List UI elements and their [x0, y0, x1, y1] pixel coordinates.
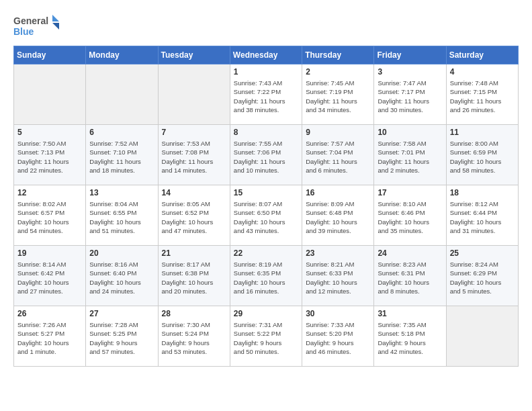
calendar-cell: 28Sunrise: 7:30 AM Sunset: 5:24 PM Dayli… [158, 306, 230, 367]
day-number: 3 [378, 67, 442, 77]
day-number: 4 [450, 67, 515, 77]
calendar-week-row: 12Sunrise: 8:02 AM Sunset: 6:57 PM Dayli… [14, 185, 519, 246]
calendar-cell: 15Sunrise: 8:07 AM Sunset: 6:50 PM Dayli… [230, 185, 302, 246]
day-info: Sunrise: 8:02 AM Sunset: 6:57 PM Dayligh… [17, 199, 82, 235]
day-number: 19 [17, 248, 82, 258]
day-info: Sunrise: 7:50 AM Sunset: 7:13 PM Dayligh… [17, 139, 82, 175]
day-number: 25 [450, 248, 515, 258]
calendar-cell: 19Sunrise: 8:14 AM Sunset: 6:42 PM Dayli… [14, 246, 86, 306]
day-info: Sunrise: 7:53 AM Sunset: 7:08 PM Dayligh… [162, 139, 226, 175]
day-info: Sunrise: 8:00 AM Sunset: 6:59 PM Dayligh… [450, 139, 515, 175]
calendar-cell: 31Sunrise: 7:35 AM Sunset: 5:18 PM Dayli… [374, 306, 446, 367]
day-number: 13 [89, 188, 154, 197]
svg-text:Blue: Blue [13, 26, 34, 37]
day-info: Sunrise: 7:28 AM Sunset: 5:25 PM Dayligh… [89, 320, 154, 356]
day-number: 1 [234, 67, 298, 77]
day-number: 10 [378, 128, 442, 137]
day-number: 28 [162, 309, 226, 318]
calendar-cell: 9Sunrise: 7:57 AM Sunset: 7:04 PM Daylig… [302, 125, 374, 185]
day-info: Sunrise: 7:45 AM Sunset: 7:19 PM Dayligh… [306, 79, 370, 114]
day-number: 5 [17, 128, 82, 137]
calendar-cell: 3Sunrise: 7:47 AM Sunset: 7:17 PM Daylig… [374, 64, 446, 125]
calendar-cell [446, 306, 518, 367]
day-info: Sunrise: 7:26 AM Sunset: 5:27 PM Dayligh… [17, 320, 82, 356]
day-info: Sunrise: 7:35 AM Sunset: 5:18 PM Dayligh… [378, 320, 442, 356]
svg-marker-3 [52, 23, 59, 30]
calendar-cell: 27Sunrise: 7:28 AM Sunset: 5:25 PM Dayli… [86, 306, 158, 367]
calendar-cell: 1Sunrise: 7:43 AM Sunset: 7:22 PM Daylig… [230, 64, 302, 125]
calendar-cell: 4Sunrise: 7:48 AM Sunset: 7:15 PM Daylig… [446, 64, 518, 125]
day-info: Sunrise: 8:21 AM Sunset: 6:33 PM Dayligh… [306, 260, 370, 295]
calendar-cell: 2Sunrise: 7:45 AM Sunset: 7:19 PM Daylig… [302, 64, 374, 125]
day-number: 16 [306, 188, 370, 197]
day-info: Sunrise: 7:52 AM Sunset: 7:10 PM Dayligh… [89, 139, 154, 175]
logo: General Blue [13, 13, 60, 39]
day-info: Sunrise: 7:47 AM Sunset: 7:17 PM Dayligh… [378, 79, 442, 114]
weekday-header-saturday: Saturday [446, 46, 518, 64]
day-info: Sunrise: 8:09 AM Sunset: 6:48 PM Dayligh… [306, 199, 370, 235]
page-container: General Blue SundayMondayTuesdayWednesda… [0, 0, 532, 373]
day-number: 29 [234, 309, 298, 318]
day-info: Sunrise: 8:12 AM Sunset: 6:44 PM Dayligh… [450, 199, 515, 235]
calendar-week-row: 1Sunrise: 7:43 AM Sunset: 7:22 PM Daylig… [14, 64, 519, 125]
day-info: Sunrise: 7:48 AM Sunset: 7:15 PM Dayligh… [450, 79, 515, 114]
weekday-header-row: SundayMondayTuesdayWednesdayThursdayFrid… [14, 46, 519, 64]
calendar-cell: 12Sunrise: 8:02 AM Sunset: 6:57 PM Dayli… [14, 185, 86, 246]
day-number: 8 [234, 128, 298, 137]
day-info: Sunrise: 7:58 AM Sunset: 7:01 PM Dayligh… [378, 139, 442, 175]
day-info: Sunrise: 8:04 AM Sunset: 6:55 PM Dayligh… [89, 199, 154, 235]
calendar-cell [86, 64, 158, 125]
day-number: 7 [162, 128, 226, 137]
day-number: 27 [89, 309, 154, 318]
day-info: Sunrise: 7:43 AM Sunset: 7:22 PM Dayligh… [234, 79, 298, 114]
calendar-week-row: 26Sunrise: 7:26 AM Sunset: 5:27 PM Dayli… [14, 306, 519, 367]
day-number: 24 [378, 248, 442, 258]
day-number: 9 [306, 128, 370, 137]
day-number: 22 [234, 248, 298, 258]
calendar-cell: 29Sunrise: 7:31 AM Sunset: 5:22 PM Dayli… [230, 306, 302, 367]
weekday-header-wednesday: Wednesday [230, 46, 302, 64]
calendar-cell: 25Sunrise: 8:24 AM Sunset: 6:29 PM Dayli… [446, 246, 518, 306]
day-number: 23 [306, 248, 370, 258]
calendar-cell: 8Sunrise: 7:55 AM Sunset: 7:06 PM Daylig… [230, 125, 302, 185]
calendar-cell: 16Sunrise: 8:09 AM Sunset: 6:48 PM Dayli… [302, 185, 374, 246]
calendar-cell: 13Sunrise: 8:04 AM Sunset: 6:55 PM Dayli… [86, 185, 158, 246]
day-number: 6 [89, 128, 154, 137]
calendar-cell: 22Sunrise: 8:19 AM Sunset: 6:35 PM Dayli… [230, 246, 302, 306]
calendar-cell [158, 64, 230, 125]
calendar-week-row: 19Sunrise: 8:14 AM Sunset: 6:42 PM Dayli… [14, 246, 519, 306]
weekday-header-thursday: Thursday [302, 46, 374, 64]
weekday-header-tuesday: Tuesday [158, 46, 230, 64]
day-number: 20 [89, 248, 154, 258]
day-info: Sunrise: 7:57 AM Sunset: 7:04 PM Dayligh… [306, 139, 370, 175]
day-number: 2 [306, 67, 370, 77]
day-number: 11 [450, 128, 515, 137]
day-info: Sunrise: 8:23 AM Sunset: 6:31 PM Dayligh… [378, 260, 442, 295]
day-number: 12 [17, 188, 82, 197]
day-info: Sunrise: 8:16 AM Sunset: 6:40 PM Dayligh… [89, 260, 154, 295]
svg-marker-2 [52, 15, 59, 21]
logo-svg: General Blue [13, 13, 60, 39]
day-info: Sunrise: 8:17 AM Sunset: 6:38 PM Dayligh… [162, 260, 226, 295]
header: General Blue [13, 13, 519, 39]
calendar-cell: 11Sunrise: 8:00 AM Sunset: 6:59 PM Dayli… [446, 125, 518, 185]
day-info: Sunrise: 8:24 AM Sunset: 6:29 PM Dayligh… [450, 260, 515, 295]
calendar-cell: 23Sunrise: 8:21 AM Sunset: 6:33 PM Dayli… [302, 246, 374, 306]
day-number: 31 [378, 309, 442, 318]
calendar-table: SundayMondayTuesdayWednesdayThursdayFrid… [13, 46, 519, 367]
calendar-cell: 17Sunrise: 8:10 AM Sunset: 6:46 PM Dayli… [374, 185, 446, 246]
day-info: Sunrise: 8:07 AM Sunset: 6:50 PM Dayligh… [234, 199, 298, 235]
calendar-cell: 10Sunrise: 7:58 AM Sunset: 7:01 PM Dayli… [374, 125, 446, 185]
calendar-cell: 5Sunrise: 7:50 AM Sunset: 7:13 PM Daylig… [14, 125, 86, 185]
day-info: Sunrise: 7:30 AM Sunset: 5:24 PM Dayligh… [162, 320, 226, 356]
day-info: Sunrise: 7:31 AM Sunset: 5:22 PM Dayligh… [234, 320, 298, 356]
day-number: 30 [306, 309, 370, 318]
svg-text:General: General [13, 15, 48, 26]
calendar-cell: 20Sunrise: 8:16 AM Sunset: 6:40 PM Dayli… [86, 246, 158, 306]
day-number: 14 [162, 188, 226, 197]
day-number: 17 [378, 188, 442, 197]
day-info: Sunrise: 7:33 AM Sunset: 5:20 PM Dayligh… [306, 320, 370, 356]
day-number: 15 [234, 188, 298, 197]
day-info: Sunrise: 7:55 AM Sunset: 7:06 PM Dayligh… [234, 139, 298, 175]
calendar-cell: 21Sunrise: 8:17 AM Sunset: 6:38 PM Dayli… [158, 246, 230, 306]
